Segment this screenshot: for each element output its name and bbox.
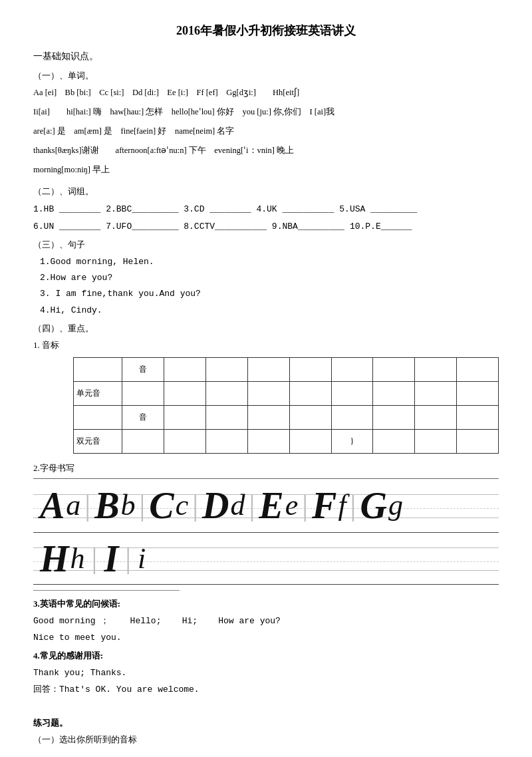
page-title: 2016年暑假小升初衔接班英语讲义 xyxy=(33,20,499,41)
phonetic-table: 音 单元音 音 xyxy=(73,357,499,454)
exercise-label: 练习题。 xyxy=(33,715,499,730)
phrases-row2: 6.UN ________ 7.UFO_________ 8.CCTV_____… xyxy=(33,219,499,234)
phonics-line-3: are[a:] 是 am[æm] 是 fine[faein] 好 name[ne… xyxy=(33,123,499,140)
phonetic-label: 1. 音标 xyxy=(33,337,499,353)
greeting-label: 3.英语中常见的问候语: xyxy=(33,596,499,611)
thanks-label: 4.常见的感谢用语: xyxy=(33,648,499,663)
sentence-4: 4.Hi, Cindy. xyxy=(40,303,499,318)
sub3-header: （三）、句子 xyxy=(33,237,499,252)
sentence-2: 2.How are you? xyxy=(40,270,499,285)
exercise-sub: （一）选出你所听到的音标 xyxy=(33,732,499,747)
handwriting-row1-letters: A a | B b | C c | D d | E e | F f | G g xyxy=(33,479,499,532)
section1-header: 一基础知识点。 xyxy=(33,48,499,65)
greetings-text2: Nice to meet you. xyxy=(33,630,499,645)
thanks-line1: Thank you; Thanks. xyxy=(33,665,499,681)
handwriting-row1-container: A a | B b | C c | D d | E e | F f | G g xyxy=(33,478,499,533)
handwriting-row2-letters: H h | I | i xyxy=(33,533,499,584)
sub1-header: （一）、单词。 xyxy=(33,68,499,83)
writing-label: 2.字母书写 xyxy=(33,460,499,476)
greetings-text: Good morning ； Hello; Hi; How are you? xyxy=(33,613,499,629)
sentence-3: 3. I am fine,thank you.And you? xyxy=(40,286,499,301)
phonics-line-5: morning[mo:niŋ] 早上 xyxy=(33,162,499,178)
phonics-line-4: thanks[θæŋks]谢谢 afternoon[a:ftəˈnu:n] 下午… xyxy=(33,142,499,159)
sub2-header: （二）、词组。 xyxy=(33,184,499,199)
phrases-row1: 1.HB ________ 2.BBC_________ 3.CD ______… xyxy=(33,202,499,217)
thanks-reply: 回答：That's OK. You are welcome. xyxy=(33,682,499,697)
handwriting-row2-container: H h | I | i xyxy=(33,533,499,585)
phonics-line-2: Ii[ai] hi[hai:] 嗨 haw[hau:] 怎样 hello[heˈ… xyxy=(33,104,499,120)
section-divider xyxy=(33,590,180,591)
sentences-block: 1.Good morning, Helen. 2.How are you? 3.… xyxy=(40,254,499,319)
sentence-1: 1.Good morning, Helen. xyxy=(40,254,499,269)
phonics-line-1: Aa [ei] Bb [bi:] Cc [si:] Dd [di:] Ee [i… xyxy=(33,84,499,101)
sub4-header: （四）、重点。 xyxy=(33,321,499,336)
